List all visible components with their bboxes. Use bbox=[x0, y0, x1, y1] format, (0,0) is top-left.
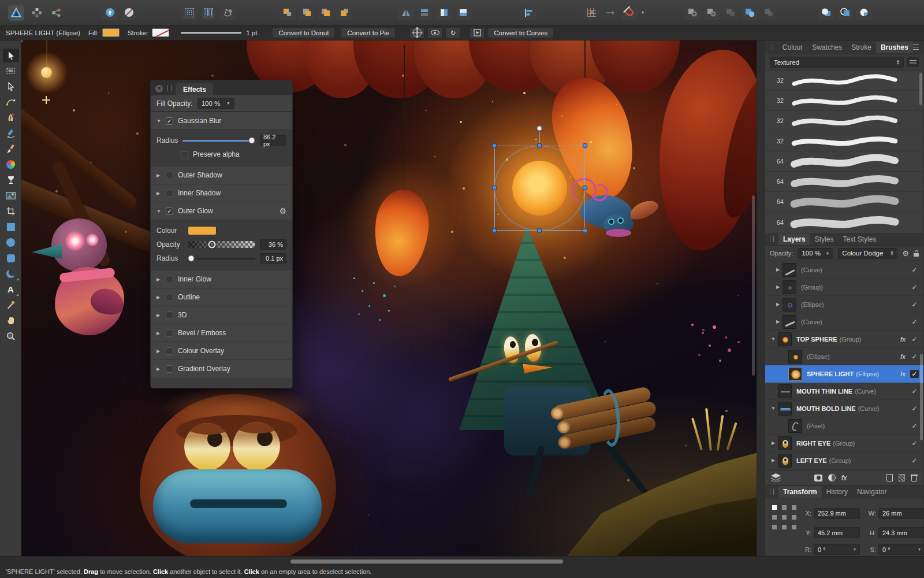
panel-grip[interactable] bbox=[770, 44, 773, 50]
tab-stroke[interactable]: Stroke bbox=[847, 42, 876, 53]
brush-category-select[interactable]: Textured ▲▼ bbox=[770, 57, 904, 68]
vector-brush-tool[interactable] bbox=[0, 141, 21, 157]
layer-row[interactable]: (Ellipse) fx ✓ bbox=[765, 348, 923, 365]
fill-tool[interactable] bbox=[0, 157, 21, 172]
selection-handle-w[interactable] bbox=[492, 186, 497, 191]
gaussian-blur-row[interactable]: ▼ ✓ Gaussian Blur bbox=[151, 112, 292, 129]
brushes-scrollbar[interactable] bbox=[919, 73, 922, 105]
chevron-right-icon[interactable]: ▶ bbox=[769, 440, 778, 446]
panel-menu-icon[interactable] bbox=[913, 45, 919, 50]
selection-handle-n[interactable] bbox=[537, 143, 542, 149]
layer-visibility-check[interactable]: ✓ bbox=[910, 283, 919, 291]
horizontal-scrollbar[interactable] bbox=[290, 560, 563, 564]
layer-row[interactable]: MOUTH THIN LINE (Curve) ✓ bbox=[765, 383, 923, 400]
convert-to-pie-button[interactable]: Convert to Pie bbox=[341, 27, 396, 38]
disclosure-right-icon[interactable]: ▶ bbox=[157, 191, 162, 196]
disclosure-right-icon[interactable]: ▶ bbox=[157, 366, 162, 372]
chevron-down-icon[interactable]: ▼ bbox=[769, 406, 778, 411]
layer-fx-badge[interactable]: fx bbox=[900, 353, 910, 360]
move-back-one-button[interactable] bbox=[298, 5, 314, 20]
brush-item[interactable]: 64 bbox=[765, 172, 923, 192]
select-column-button[interactable] bbox=[200, 5, 217, 20]
pencil-tool[interactable] bbox=[0, 125, 21, 141]
rounded-rectangle-tool[interactable] bbox=[0, 250, 21, 266]
ellipse-tool[interactable] bbox=[0, 235, 21, 250]
tab-navigator[interactable]: Navigator bbox=[852, 486, 891, 498]
bevel-emboss-checkbox[interactable] bbox=[166, 329, 173, 337]
split-view-h-button[interactable] bbox=[436, 5, 452, 20]
stroke-width-preview[interactable] bbox=[181, 32, 241, 34]
chevron-right-icon[interactable]: ▶ bbox=[773, 302, 783, 307]
outer-shadow-row[interactable]: ▶ Outer Shadow bbox=[151, 166, 292, 184]
disclosure-down-icon[interactable]: ▼ bbox=[157, 118, 162, 124]
layer-visibility-check[interactable]: ✓ bbox=[910, 387, 919, 395]
chevron-right-icon[interactable]: ▶ bbox=[773, 319, 783, 324]
convert-to-curves-icon-button[interactable] bbox=[470, 27, 485, 39]
adjustment-icon[interactable] bbox=[828, 474, 836, 481]
disclosure-right-icon[interactable]: ▶ bbox=[157, 277, 162, 282]
selection-handle-s[interactable] bbox=[537, 228, 542, 234]
effects-panel-header[interactable]: ✕ Effects bbox=[151, 80, 292, 95]
layer-effects-fx-icon[interactable]: fx bbox=[841, 474, 847, 482]
glow-radius-slider[interactable] bbox=[188, 258, 255, 260]
layer-row[interactable]: ▶ RIGHT EYE (Group) ✓ bbox=[765, 435, 923, 452]
tab-transform[interactable]: Transform bbox=[778, 486, 822, 498]
tab-brushes[interactable]: Brushes bbox=[876, 42, 913, 53]
boolean-combine-button[interactable] bbox=[761, 5, 777, 20]
brush-item[interactable]: 32 bbox=[765, 131, 923, 151]
layer-row-selected[interactable]: SPHERE LIGHT (Ellipse) fx ✓ bbox=[765, 365, 923, 383]
delete-layer-trash-icon[interactable] bbox=[911, 474, 918, 481]
layer-visibility-check[interactable]: ✓ bbox=[910, 370, 919, 378]
insert-behind-button[interactable] bbox=[818, 5, 834, 20]
disclosure-right-icon[interactable]: ▶ bbox=[157, 295, 162, 300]
selection-handle-ne[interactable] bbox=[583, 143, 588, 149]
radius-value[interactable]: 86.2 px bbox=[260, 135, 286, 146]
boolean-divide-button[interactable] bbox=[742, 5, 758, 20]
layer-fx-badge[interactable]: fx bbox=[900, 370, 910, 377]
insert-inside-button[interactable] bbox=[856, 5, 872, 20]
tab-text-styles[interactable]: Text Styles bbox=[838, 234, 881, 245]
shear-field[interactable]: 0 ° bbox=[878, 544, 924, 555]
h-field[interactable]: 24.3 mm bbox=[878, 527, 924, 538]
artboard-tool[interactable] bbox=[0, 63, 21, 79]
colour-overlay-checkbox[interactable] bbox=[166, 347, 173, 355]
tab-history[interactable]: History bbox=[822, 486, 852, 498]
layer-row[interactable]: (Pixel) ✓ bbox=[765, 417, 923, 435]
tab-swatches[interactable]: Swatches bbox=[807, 42, 847, 53]
tab-layers[interactable]: Layers bbox=[778, 234, 810, 245]
colour-picker-tool[interactable] bbox=[0, 297, 21, 313]
cycle-selection-box-button[interactable] bbox=[427, 27, 442, 39]
selection-handle-e[interactable] bbox=[583, 186, 588, 191]
glow-radius-value[interactable]: 0.1 px bbox=[260, 253, 286, 264]
y-field[interactable]: 45.2 mm bbox=[814, 527, 860, 538]
node-tool[interactable] bbox=[0, 79, 21, 94]
disclosure-right-icon[interactable]: ▶ bbox=[157, 173, 162, 178]
outer-glow-row[interactable]: ▼ ✓ Outer Glow ⚙ bbox=[151, 202, 292, 220]
threed-row[interactable]: ▶ 3D bbox=[151, 306, 292, 324]
disclosure-right-icon[interactable]: ▶ bbox=[157, 313, 162, 318]
gradient-overlay-row[interactable]: ▶ Gradient Overlay bbox=[151, 360, 292, 377]
layer-visibility-check[interactable]: ✓ bbox=[910, 457, 919, 465]
outline-row[interactable]: ▶ Outline bbox=[151, 288, 292, 306]
rotation-handle[interactable] bbox=[537, 126, 542, 131]
snapping-move-button[interactable] bbox=[602, 5, 619, 20]
outer-glow-checkbox[interactable]: ✓ bbox=[166, 208, 173, 215]
mask-icon[interactable] bbox=[814, 475, 822, 481]
snapping-grid-button[interactable] bbox=[583, 5, 599, 20]
view-tool[interactable] bbox=[0, 313, 21, 328]
tab-colour[interactable]: Colour bbox=[778, 42, 807, 53]
close-icon[interactable]: ✕ bbox=[155, 85, 163, 92]
canvas-vertical-scrollbar[interactable] bbox=[752, 195, 755, 376]
rotation-field[interactable]: 0 ° bbox=[814, 544, 860, 555]
layer-visibility-check[interactable]: ✓ bbox=[910, 301, 919, 309]
layer-visibility-check[interactable]: ✓ bbox=[910, 318, 919, 326]
disclosure-right-icon[interactable]: ▶ bbox=[157, 331, 162, 336]
outer-shadow-checkbox[interactable] bbox=[166, 172, 173, 179]
layer-row[interactable]: ▼ MOUTH BOLD LINE (Curve) ✓ bbox=[765, 400, 923, 417]
place-image-tool[interactable] bbox=[0, 188, 21, 203]
layer-visibility-check[interactable]: ✓ bbox=[910, 266, 919, 274]
zoom-tool[interactable] bbox=[0, 328, 21, 344]
lock-icon[interactable] bbox=[914, 250, 919, 257]
gaussian-blur-checkbox[interactable]: ✓ bbox=[166, 117, 173, 125]
select-pixel-grid-button[interactable] bbox=[181, 5, 198, 20]
